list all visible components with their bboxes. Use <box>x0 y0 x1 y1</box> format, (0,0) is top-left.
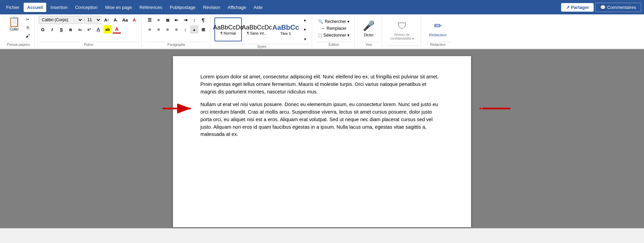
confidentialite-controls: 🛡 Niveau deconfidentialité ▾ <box>386 16 418 45</box>
font-format-row: G I S a x₂ x² A ab A <box>39 25 121 34</box>
voix-controls: 🎤 Dicter <box>359 16 379 41</box>
microphone-icon: 🎤 <box>363 20 375 31</box>
style-sans-interligne[interactable]: AaBbCcDc ¶ Sans int... <box>243 17 271 41</box>
paste-button[interactable]: 📋 Coller <box>5 16 23 33</box>
document-page[interactable]: Lorem ipsum dolor sit amet, consectetur … <box>173 56 471 227</box>
change-case-button[interactable]: Aa <box>121 16 129 24</box>
clipboard-group-label: Presse-papiers <box>5 42 32 47</box>
clipboard-buttons: 📋 Coller ✂ ⎘ 🖌 <box>5 16 32 41</box>
right-arrow-svg <box>480 104 510 113</box>
menu-accueil[interactable]: Accueil <box>24 3 46 12</box>
left-arrow-svg <box>163 104 194 113</box>
menu-revision[interactable]: Révision <box>200 3 224 12</box>
ribbon: 📋 Coller ✂ ⎘ 🖌 Presse-papiers Calibri (C… <box>0 14 644 49</box>
font-color-button[interactable]: A <box>113 25 121 34</box>
right-arrow <box>480 104 510 113</box>
borders-button[interactable]: ⊞ <box>199 25 207 34</box>
multilevel-list-button[interactable]: ≣ <box>163 16 172 24</box>
styles-scroll-up[interactable]: ▲ <box>301 16 309 24</box>
ribbon-group-edition: 🔍 Rechercher ▾ ↔ Remplacer ⬚ Sélectionne… <box>313 16 355 47</box>
edition-group-label: Édition <box>316 42 351 47</box>
menu-right-actions: ↗ Partager 💬 Commentaires <box>561 3 641 12</box>
style-sans-sample: AaBbCcDc <box>242 24 272 31</box>
clear-format-button[interactable]: A <box>130 16 138 24</box>
strikethrough-button[interactable]: a <box>66 25 75 34</box>
font-size-select[interactable]: 11 <box>84 16 101 24</box>
share-button[interactable]: ↗ Partager <box>561 3 594 12</box>
subscript-button[interactable]: x₂ <box>76 25 84 34</box>
styles-scroll-controls: ▲ ▼ ▾ <box>301 16 309 43</box>
ribbon-group-voix: 🎤 Dicter Voix <box>356 16 382 47</box>
rechercher-button[interactable]: 🔍 Rechercher ▾ <box>316 18 351 25</box>
dicter-button[interactable]: 🎤 Dicter <box>359 18 379 39</box>
styles-scroll-down[interactable]: ▼ <box>301 25 309 34</box>
menu-conception[interactable]: Conception <box>72 3 101 12</box>
align-right-button[interactable]: ≡ <box>163 25 172 34</box>
style-sans-label: ¶ Sans int... <box>247 31 267 35</box>
styles-controls: AaBbCcDc ¶ Normal AaBbCcDc ¶ Sans int...… <box>214 16 309 43</box>
select-icon: ⬚ <box>318 33 322 38</box>
style-normal[interactable]: AaBbCcDc ¶ Normal <box>214 17 242 41</box>
paragraph-1[interactable]: Lorem ipsum dolor sit amet, consectetur … <box>200 73 444 95</box>
document-area: Lorem ipsum dolor sit amet, consectetur … <box>0 49 644 228</box>
decrease-font-button[interactable]: A- <box>112 16 120 24</box>
ribbon-group-styles: AaBbCcDc ¶ Normal AaBbCcDc ¶ Sans int...… <box>212 16 312 47</box>
para-align-row: ≡ ≡ ≡ ≡ ↕ ▲ ⊞ <box>146 25 207 34</box>
sort-button[interactable]: ↕ <box>190 16 198 24</box>
paragraph-2[interactable]: Nullam ut erat vel nisi varius posuere. … <box>200 101 444 138</box>
ribbon-group-clipboard: 📋 Coller ✂ ⎘ 🖌 Presse-papiers <box>3 16 35 47</box>
style-titre1-label: Titre 1 <box>281 31 291 36</box>
font-name-row: Calibri (Corps) 11 A+ A- Aa A <box>39 16 138 24</box>
confidentialite-button[interactable]: 🛡 Niveau deconfidentialité ▾ <box>386 18 418 42</box>
numbered-list-button[interactable]: ≡ <box>154 16 163 24</box>
style-normal-label: ¶ Normal <box>221 31 236 35</box>
menu-mise-en-page[interactable]: Mise en page <box>102 3 135 12</box>
underline-button[interactable]: S <box>57 25 65 34</box>
confidentialite-group-label <box>386 46 418 47</box>
italic-button[interactable]: I <box>48 25 56 34</box>
copy-button[interactable]: ⎘ <box>24 24 32 31</box>
format-painter-button[interactable]: 🖌 <box>24 32 32 40</box>
increase-font-button[interactable]: A+ <box>102 16 111 24</box>
menu-bar: Fichier Accueil Insertion Conception Mis… <box>0 0 644 14</box>
ribbon-group-redacteur: ✏ Rédacteur Rédacteur <box>422 16 454 47</box>
edition-controls: 🔍 Rechercher ▾ ↔ Remplacer ⬚ Sélectionne… <box>316 16 351 41</box>
shading-button[interactable]: ▲ <box>190 25 198 34</box>
cut-button[interactable]: ✂ <box>24 16 32 23</box>
shield-icon: 🛡 <box>397 20 407 31</box>
highlight-button[interactable]: ab <box>103 25 112 34</box>
redacteur-controls: ✏ Rédacteur <box>425 16 451 41</box>
justify-button[interactable]: ≡ <box>172 25 181 34</box>
comments-icon: 💬 <box>600 5 606 10</box>
selectionner-button[interactable]: ⬚ Sélectionner ▾ <box>316 32 351 38</box>
comments-button[interactable]: 💬 Commentaires <box>595 3 641 12</box>
left-arrow <box>163 104 194 113</box>
show-marks-button[interactable]: ¶ <box>199 16 207 24</box>
font-name-select[interactable]: Calibri (Corps) <box>39 16 83 24</box>
redacteur-icon: ✏ <box>434 20 442 31</box>
para-list-row: ☰ ≡ ≣ ⇤ ⇥ ↕ ¶ <box>146 16 207 24</box>
font-color-A-button[interactable]: A <box>94 25 102 34</box>
menu-references[interactable]: Références <box>136 3 165 12</box>
redacteur-button[interactable]: ✏ Rédacteur <box>425 18 451 39</box>
menu-aide[interactable]: Aide <box>250 3 266 12</box>
superscript-button[interactable]: x² <box>85 25 93 34</box>
menu-insertion[interactable]: Insertion <box>47 3 71 12</box>
menu-publipostage[interactable]: Publipostage <box>166 3 199 12</box>
bullets-button[interactable]: ☰ <box>146 16 154 24</box>
align-left-button[interactable]: ≡ <box>146 25 154 34</box>
styles-more-button[interactable]: ▾ <box>301 35 309 43</box>
menu-fichier[interactable]: Fichier <box>3 3 23 12</box>
line-spacing-button[interactable]: ↕ <box>181 25 189 34</box>
align-center-button[interactable]: ≡ <box>154 25 163 34</box>
bold-button[interactable]: G <box>39 25 47 34</box>
paste-label: Coller <box>10 27 18 31</box>
remplacer-button[interactable]: ↔ Remplacer <box>319 25 349 31</box>
police-controls: Calibri (Corps) 11 A+ A- Aa A G I S a x₂ <box>39 16 138 41</box>
style-titre1[interactable]: AaBbCc Titre 1 <box>272 17 299 41</box>
share-icon: ↗ <box>566 5 570 10</box>
replace-icon: ↔ <box>321 26 325 31</box>
menu-affichage[interactable]: Affichage <box>224 3 250 12</box>
increase-indent-button[interactable]: ⇥ <box>181 16 189 24</box>
decrease-indent-button[interactable]: ⇤ <box>172 16 181 24</box>
